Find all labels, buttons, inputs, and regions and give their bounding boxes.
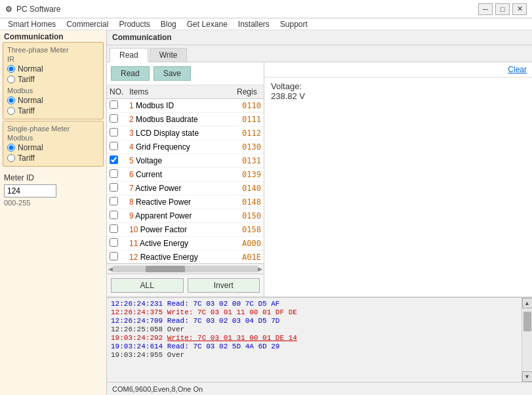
output-toolbar: Clear xyxy=(264,62,532,77)
row-register: 0150 xyxy=(234,209,264,223)
modbus1-tariff-radio[interactable] xyxy=(7,154,15,162)
log-scrollbar[interactable]: ▲ ▼ xyxy=(522,298,532,382)
all-button[interactable]: ALL xyxy=(111,278,184,293)
invert-button[interactable]: Invert xyxy=(188,278,260,293)
tab-read[interactable]: Read xyxy=(110,48,148,62)
row-item-name: Reactive Power xyxy=(136,198,191,207)
table-row: 11 Active EnergyA000 xyxy=(107,237,264,251)
row-register: 0139 xyxy=(234,168,264,182)
row-number: 11 xyxy=(129,239,140,248)
row-register: 0158 xyxy=(234,223,264,237)
register-h-scrollbar[interactable]: ◀ ▶ xyxy=(107,263,264,274)
row-register: A000 xyxy=(234,237,264,251)
meter-id-input[interactable]: 124 xyxy=(4,184,56,198)
row-number: 10 xyxy=(129,225,140,234)
row-checkbox-11[interactable] xyxy=(110,238,118,247)
log-entry: 19:03:24:614 Read: 7C 03 02 5D 4A 6D 29 xyxy=(111,343,518,350)
log-entry: 12:26:25:058 Over xyxy=(111,325,518,333)
table-row: 8 Reactive Power0148 xyxy=(107,196,264,209)
log-entry: 12:26:24:375 Write: 7C 03 01 11 00 01 DF… xyxy=(111,308,518,316)
menu-blog[interactable]: Blog xyxy=(155,20,182,29)
table-row: 5 Voltage0131 xyxy=(107,154,264,168)
status-text: COM6,9600,Even,8,One On xyxy=(112,385,203,393)
row-checkbox-4[interactable] xyxy=(110,142,118,150)
clear-link[interactable]: Clear xyxy=(508,65,527,74)
right-panel: Communication Read Write Read Save xyxy=(107,30,532,395)
table-row: 3 LCD Display state0112 xyxy=(107,127,264,140)
bottom-buttons: ALL Invert xyxy=(107,274,264,297)
table-row: 6 Current0139 xyxy=(107,168,264,182)
log-entry: 12:26:24:709 Read: 7C 03 02 03 04 D5 7D xyxy=(111,317,518,325)
menu-support[interactable]: Support xyxy=(275,20,313,29)
row-checkbox-5[interactable] xyxy=(110,156,118,164)
comm-header: Communication xyxy=(107,30,532,45)
row-number: 3 xyxy=(129,129,136,138)
ir-tariff-radio[interactable] xyxy=(7,75,15,83)
tab-write[interactable]: Write xyxy=(150,48,188,62)
status-bar: COM6,9600,Even,8,One On xyxy=(107,382,532,395)
meter-id-section: Meter ID 124 000-255 xyxy=(4,173,102,207)
row-register: 0148 xyxy=(234,196,264,209)
row-checkbox-9[interactable] xyxy=(110,211,118,219)
row-number: 4 xyxy=(129,142,136,152)
log-row: 12:26:24:231 Read: 7C 03 02 00 7C D5 AF1… xyxy=(107,297,532,382)
modbus1-normal-radio[interactable] xyxy=(7,144,15,152)
main-content: Communication Three-phase Meter IR Norma… xyxy=(0,30,532,395)
row-item-name: Grid Frequency xyxy=(136,142,190,152)
row-item-name: Modbus ID xyxy=(136,101,174,110)
read-button[interactable]: Read xyxy=(111,66,150,81)
row-checkbox-6[interactable] xyxy=(110,169,118,178)
menu-smart-homes[interactable]: Smart Homes xyxy=(3,20,61,29)
tab-bar: Read Write xyxy=(107,45,532,62)
menu-installers[interactable]: Installers xyxy=(233,20,275,29)
row-register: 0110 xyxy=(234,99,264,113)
register-data-table: NO. Items Regis 1 Modbus ID01102 Modbus … xyxy=(107,85,264,263)
modbus3-normal-radio[interactable] xyxy=(7,96,15,104)
row-checkbox-2[interactable] xyxy=(110,114,118,123)
modbus-three-tariff-row: Tariff xyxy=(7,106,99,115)
log-entry: 12:26:24:231 Read: 7C 03 02 00 7C D5 AF xyxy=(111,300,518,308)
log-entry: 19:03:24:955 Over xyxy=(111,351,518,359)
menu-products[interactable]: Products xyxy=(113,20,155,29)
ir-tariff-label: Tariff xyxy=(18,75,35,84)
close-button[interactable]: ✕ xyxy=(512,3,527,15)
modbus-single-tariff-row: Tariff xyxy=(7,154,99,163)
menu-get-lexane[interactable]: Get Lexane xyxy=(182,20,233,29)
modbus3-normal-label: Normal xyxy=(18,96,43,105)
row-item-name: Current xyxy=(136,170,162,179)
save-button[interactable]: Save xyxy=(153,66,191,81)
row-register: 0111 xyxy=(234,113,264,127)
row-checkbox-7[interactable] xyxy=(110,183,118,192)
ir-normal-label: Normal xyxy=(18,64,43,73)
table-row: 9 Apparent Power0150 xyxy=(107,209,264,223)
register-table: NO. Items Regis 1 Modbus ID01102 Modbus … xyxy=(107,85,264,263)
meter-id-range: 000-255 xyxy=(4,199,102,207)
row-register: A01E xyxy=(234,251,264,264)
row-item-name: Apparent Power xyxy=(135,211,192,220)
modbus3-tariff-radio[interactable] xyxy=(7,107,15,115)
row-checkbox-8[interactable] xyxy=(110,197,118,205)
minimize-button[interactable]: ─ xyxy=(478,3,493,15)
row-number: 8 xyxy=(129,198,136,207)
scroll-down-btn[interactable]: ▼ xyxy=(522,371,533,382)
modbus-single-label: Modbus xyxy=(7,134,99,142)
scroll-up-btn[interactable]: ▲ xyxy=(522,298,533,308)
row-item-name: LCD Display state xyxy=(136,129,199,138)
table-row: 1 Modbus ID0110 xyxy=(107,99,264,113)
ir-normal-radio[interactable] xyxy=(7,65,15,73)
row-checkbox-10[interactable] xyxy=(110,224,118,233)
table-row: 10 Power Factor0158 xyxy=(107,223,264,237)
single-phase-label: Single-phase Meter xyxy=(7,123,99,133)
menu-commercial[interactable]: Commercial xyxy=(61,20,113,29)
maximize-button[interactable]: □ xyxy=(495,3,510,15)
scroll-track xyxy=(522,308,533,371)
h-scrollbar-thumb xyxy=(146,266,185,272)
ir-tariff-row: Tariff xyxy=(7,75,99,84)
table-row: 4 Grid Frequency0130 xyxy=(107,140,264,154)
row-checkbox-3[interactable] xyxy=(110,128,118,136)
table-row: 7 Active Power0140 xyxy=(107,182,264,196)
comm-title: Communication xyxy=(112,33,172,42)
table-row: 12 Reactive EnergyA01E xyxy=(107,251,264,264)
row-checkbox-12[interactable] xyxy=(110,252,118,260)
row-checkbox-1[interactable] xyxy=(110,100,118,109)
